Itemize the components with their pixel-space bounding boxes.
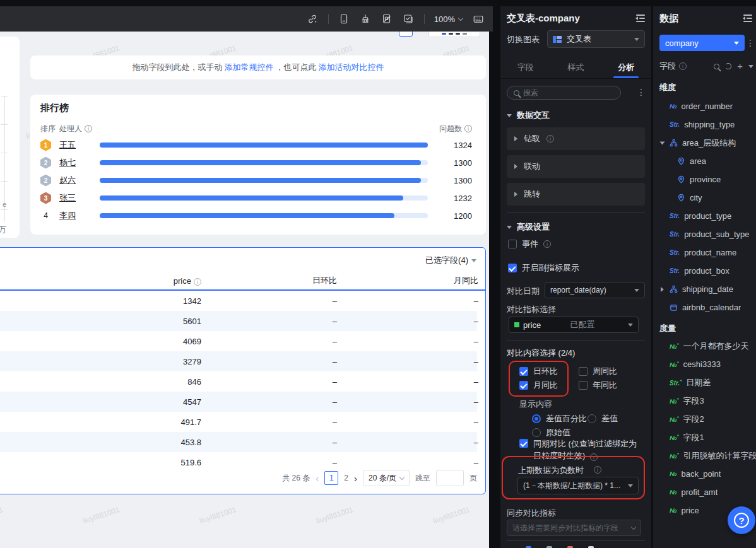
tab-样式[interactable]: 样式: [551, 57, 601, 78]
compare-option-日环比[interactable]: 日环比: [519, 366, 558, 377]
keyboard-icon[interactable]: [472, 13, 484, 25]
event-checkbox[interactable]: [508, 240, 517, 248]
crosstab-widget-selected[interactable]: 已选字段(4) pricei日环比月同比 1342––5601––4069––3…: [0, 247, 486, 494]
section-data-interaction[interactable]: 数据交互: [507, 110, 550, 121]
hide-icon[interactable]: [381, 13, 393, 25]
ranking-row[interactable]: 4李四1200: [30, 207, 486, 224]
ranking-row[interactable]: 1王五1324: [30, 136, 486, 154]
tab-字段[interactable]: 字段: [500, 57, 551, 78]
add-activity-compare-link[interactable]: 添加活动对比控件: [319, 62, 384, 73]
add-regular-control-link[interactable]: 添加常规控件: [225, 62, 274, 73]
interaction-card-联动[interactable]: 联动: [507, 155, 645, 178]
field-item-一个月都有多少天[interactable]: №*一个月都有多少天: [653, 337, 756, 355]
table-row[interactable]: 4069––: [0, 331, 477, 351]
collapse-panel-icon[interactable]: [742, 15, 752, 23]
field-item-city[interactable]: city: [653, 189, 756, 207]
device-icon[interactable]: [338, 13, 350, 25]
info-icon[interactable]: i: [85, 125, 92, 132]
link-icon[interactable]: [307, 13, 319, 25]
差值百分比-radio[interactable]: [532, 414, 541, 423]
sub-indicator-checkbox-row[interactable]: 开启副指标展示: [508, 262, 579, 274]
差值-radio[interactable]: [588, 414, 596, 423]
field-item-product_box[interactable]: Str.product_box: [653, 262, 756, 280]
ranking-row[interactable]: 2杨七1300: [30, 154, 486, 172]
search-fields-icon[interactable]: [714, 64, 719, 69]
compare-option-月同比[interactable]: 月同比: [519, 380, 558, 391]
compare-option-年同比[interactable]: 年同比: [579, 380, 617, 391]
handler-name-link[interactable]: 王五: [59, 139, 100, 151]
zoom-control[interactable]: 100%: [434, 15, 463, 24]
dataset-more-icon[interactable]: ⋮: [746, 38, 755, 48]
page-size-select[interactable]: 20 条/页: [363, 470, 410, 486]
月同比-checkbox[interactable]: [519, 381, 528, 390]
add-field-icon[interactable]: +: [737, 63, 743, 69]
field-item-product_type[interactable]: Str.product_type: [653, 207, 756, 225]
display-option-差值[interactable]: 差值: [588, 413, 618, 424]
field-item-shipping_type[interactable]: Str.shipping_type: [653, 115, 756, 134]
jump-page-input[interactable]: [436, 470, 464, 486]
info-icon[interactable]: i: [594, 466, 601, 474]
help-button[interactable]: ?: [728, 506, 755, 534]
field-item-airbnb_calendar[interactable]: airbnb_calendar: [653, 298, 756, 317]
info-icon[interactable]: i: [679, 62, 687, 70]
原始值-radio[interactable]: [532, 428, 541, 437]
ranking-row[interactable]: 3张三1232: [30, 189, 486, 207]
same-period-checkbox[interactable]: [519, 439, 528, 448]
tab-分析[interactable]: 分析: [601, 57, 651, 78]
handler-name-link[interactable]: 赵六: [59, 175, 100, 186]
info-icon[interactable]: i: [543, 240, 551, 248]
compare-metric-select[interactable]: price 已配置: [509, 317, 639, 333]
field-item-shipping_date[interactable]: shipping_date: [653, 280, 756, 298]
field-item-profit_amt[interactable]: №profit_amt: [653, 483, 756, 501]
info-icon[interactable]: i: [546, 135, 554, 143]
table-row[interactable]: 453.8––: [0, 432, 477, 452]
more-options-icon[interactable]: ⋮: [637, 87, 646, 97]
refresh-icon[interactable]: [725, 63, 731, 69]
年同比-checkbox[interactable]: [579, 381, 588, 390]
ranking-row[interactable]: 2赵六1300: [30, 172, 486, 189]
field-item-字段2[interactable]: №*字段2: [653, 410, 756, 428]
table-row[interactable]: 846––: [0, 371, 477, 392]
compare-option-周同比[interactable]: 周同比: [579, 366, 617, 377]
table-row[interactable]: 4547––: [0, 392, 477, 412]
sub-indicator-checkbox[interactable]: [508, 264, 517, 272]
clean-icon[interactable]: [360, 13, 372, 25]
table-row[interactable]: 491.7––: [0, 412, 477, 432]
field-item-province[interactable]: province: [653, 170, 756, 189]
settings-search-input[interactable]: 搜索: [507, 86, 621, 100]
next-page-button[interactable]: ›: [354, 473, 357, 484]
handler-name-link[interactable]: 张三: [59, 192, 100, 204]
chevron-collapsed-icon[interactable]: [661, 287, 664, 292]
page-1-button[interactable]: 1: [324, 471, 338, 485]
page-2-button[interactable]: 2: [344, 474, 348, 482]
field-item-字段3[interactable]: №*字段3: [653, 392, 756, 410]
prev-page-button[interactable]: ‹: [316, 473, 319, 484]
selected-fields-dropdown[interactable]: 已选字段(4): [425, 255, 476, 266]
section-advanced-settings[interactable]: 高级设置: [507, 221, 550, 233]
field-item-product_name[interactable]: Str.product_name: [653, 243, 756, 262]
interaction-card-跳转[interactable]: 跳转: [507, 183, 645, 206]
field-item-product_sub_type[interactable]: Str.product_sub_type: [653, 225, 756, 243]
周同比-checkbox[interactable]: [579, 367, 588, 376]
interaction-card-钻取[interactable]: 钻取i: [507, 127, 645, 150]
collapse-fields-icon[interactable]: [748, 65, 753, 68]
info-icon[interactable]: i: [590, 453, 598, 461]
table-row[interactable]: 1342––: [0, 291, 477, 311]
field-item-日期差[interactable]: Str.*日期差: [653, 373, 756, 392]
日环比-checkbox[interactable]: [519, 367, 528, 376]
chart-type-select[interactable]: 交叉表: [547, 30, 645, 48]
display-option-差值百分比[interactable]: 差值百分比: [532, 413, 587, 424]
multi-select-icon[interactable]: [403, 13, 415, 25]
same-period-checkbox-row[interactable]: 同期对比 (仅查询过滤绑定为日粒度时生效): [519, 438, 639, 462]
info-icon[interactable]: i: [464, 125, 472, 132]
field-item-back_point[interactable]: №back_point: [653, 465, 756, 483]
compare-date-select[interactable]: report_date(day): [545, 282, 645, 298]
field-item-ceshi3333[interactable]: №*ceshi3333: [653, 355, 756, 373]
field-item-order_number[interactable]: №order_number: [653, 97, 756, 115]
collapse-panel-icon[interactable]: [635, 15, 645, 23]
ranking-widget[interactable]: 排行榜 排序 处理人i 问题数i 1王五13242杨七13002赵六13003张…: [30, 95, 486, 235]
table-row[interactable]: 3279––: [0, 351, 477, 371]
field-item-字段1[interactable]: №*字段1: [653, 428, 756, 446]
field-item-area[interactable]: area: [653, 152, 756, 170]
handler-name-link[interactable]: 杨七: [59, 157, 100, 168]
